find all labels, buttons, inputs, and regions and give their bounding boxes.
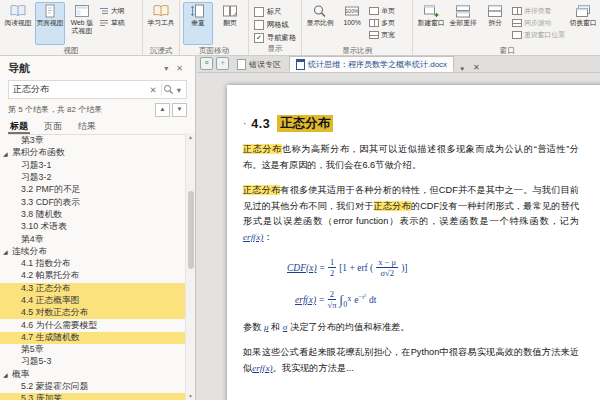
previous-result-button[interactable]: ▲	[155, 103, 170, 117]
tab-pages[interactable]: 页面	[42, 118, 64, 134]
nav-heading-item[interactable]: 第4章	[0, 233, 186, 245]
ribbon-group-zoom: 显示比例 100% 100% 单页 多页	[302, 0, 413, 55]
navigation-pane-close-icon[interactable]: ✕	[172, 64, 187, 73]
expand-triangle-icon[interactable]: ◢	[3, 150, 12, 157]
gridlines-checkbox-row[interactable]: 网格线	[254, 20, 296, 30]
navigation-search-box: ✕ ▾	[8, 80, 187, 99]
ruler-checkbox-row[interactable]: 标尺	[254, 7, 296, 17]
inline-math: erf(x)	[252, 363, 272, 373]
scroll-up-icon[interactable]: ▲	[186, 134, 195, 140]
tab-headings[interactable]: 标题	[8, 118, 30, 134]
doc-paragraph: 如果这些公式看起来眼花缭乱别担心，在Python中很容易实现高效的数值方法来近似…	[243, 345, 579, 376]
search-clear-icon[interactable]: ✕	[147, 85, 160, 95]
nav-heading-item[interactable]: 第3章	[0, 135, 186, 147]
nav-heading-item[interactable]: 5.3 庞加莱	[0, 393, 186, 400]
nav-scrollbar[interactable]: ▲ ▼	[185, 133, 195, 400]
synchronous-scrolling-icon	[512, 19, 522, 27]
outline-button[interactable]: 大纲	[99, 6, 139, 16]
equals-sign: =	[320, 263, 325, 273]
navigation-pane-options-icon[interactable]: ▾	[160, 64, 172, 73]
equals-sign: =	[319, 295, 324, 305]
nav-heading-label: 4.7 生成随机数	[21, 332, 80, 344]
search-icon[interactable]	[163, 84, 174, 95]
expand-triangle-icon[interactable]: ◢	[3, 371, 12, 378]
nav-heading-item[interactable]: 3.8 随机数	[0, 209, 186, 221]
ruler-checkbox[interactable]	[254, 7, 264, 17]
page-width-icon	[369, 31, 379, 39]
nav-heading-item[interactable]: 习题5-3	[0, 356, 186, 368]
nav-heading-item[interactable]: 3.3 CDF的表示	[0, 196, 186, 208]
web-layout-label: Web 版式视图	[68, 19, 96, 35]
navigation-pane-checkbox-row[interactable]: ✓ 导航窗格	[254, 33, 296, 43]
body-text: 也称为高斯分布，因其可以近似描述很多现象而成为公认的“普适性”分布。这是有原因的…	[243, 144, 579, 170]
draft-button[interactable]: 草稿	[99, 18, 139, 28]
arrange-all-button[interactable]: 全部重排	[448, 2, 478, 45]
document-page[interactable]: · 4.3 正态分布 正态分布也称为高斯分布，因其可以近似描述很多现象而成为公认…	[227, 85, 600, 400]
nav-heading-item[interactable]: 4.4 正态概率图	[0, 295, 186, 307]
new-window-label: 新建窗口	[418, 19, 445, 27]
tab-dropdown-caret-icon[interactable]: ▼	[457, 66, 467, 72]
one-page-icon	[369, 7, 379, 15]
search-input[interactable]	[13, 85, 147, 95]
reset-window-position-button[interactable]: 重设窗口位置	[512, 30, 566, 40]
exp-term: e−t²	[354, 293, 366, 305]
gridlines-label: 网格线	[267, 20, 289, 30]
search-hit-text: 正态分布	[243, 185, 280, 195]
view-side-by-side-label: 并排查看	[524, 6, 551, 16]
expand-triangle-icon[interactable]: ◢	[3, 248, 12, 255]
zoom-100-icon: 100%	[344, 4, 360, 18]
new-window-button[interactable]: 新建窗口	[416, 2, 446, 45]
tab-close-icon[interactable]: ✕	[470, 63, 483, 72]
navigation-pane-checkbox[interactable]: ✓	[254, 33, 264, 43]
web-layout-button[interactable]: Web 版式视图	[67, 2, 97, 45]
print-layout-button[interactable]: 页面视图	[35, 2, 65, 45]
nav-heading-item[interactable]: 4.1 指数分布	[0, 258, 186, 270]
nav-heading-item[interactable]: 4.2 帕累托分布	[0, 270, 186, 282]
page-width-button[interactable]: 页宽	[369, 30, 409, 40]
scroll-down-icon[interactable]: ▼	[186, 393, 195, 399]
nav-heading-item[interactable]: ◢连续分布	[0, 246, 186, 258]
learning-tools-button[interactable]: 学习工具	[146, 2, 176, 45]
side-to-side-button[interactable]: 翻页	[215, 2, 245, 45]
nav-heading-label: 4.2 帕累托分布	[21, 270, 80, 282]
nav-heading-item[interactable]: 4.5 对数正态分布	[0, 307, 186, 319]
nav-heading-item[interactable]: 第5章	[0, 344, 186, 356]
one-page-button[interactable]: 单页	[369, 6, 409, 16]
nav-scrollbar-thumb[interactable]	[188, 191, 194, 269]
arrange-all-icon	[455, 4, 471, 18]
tab-results[interactable]: 结果	[76, 118, 98, 134]
multiple-pages-icon	[369, 19, 379, 27]
nav-heading-item[interactable]: ◢概率	[0, 369, 186, 381]
nav-heading-item[interactable]: 习题3-1	[0, 160, 186, 172]
active-document-tab[interactable]: 统计思维：程序员数学之概率统计.docx	[289, 56, 454, 72]
views-group-label: 视图	[3, 45, 139, 56]
nav-heading-label: 概率	[12, 369, 30, 381]
read-mode-button[interactable]: 阅读视图	[3, 2, 33, 45]
gridlines-checkbox[interactable]	[254, 20, 264, 30]
switch-windows-button[interactable]: 切换窗口	[568, 2, 598, 45]
nav-heading-item[interactable]: ◢累积分布函数	[0, 147, 186, 159]
vertical-button[interactable]: 垂直	[183, 2, 213, 45]
next-result-button[interactable]: ▼	[172, 103, 187, 117]
split-button[interactable]: 拆分	[480, 2, 510, 45]
nav-heading-item[interactable]: 4.3 正态分布	[0, 283, 186, 295]
search-options-caret-icon[interactable]: ▾	[174, 85, 184, 95]
read-mode-label: 阅读视图	[4, 19, 31, 27]
multiple-pages-button[interactable]: 多页	[369, 18, 409, 28]
tab-list-icon[interactable]: ≡	[200, 57, 213, 70]
nav-heading-item[interactable]: 3.2 PMF的不足	[0, 184, 186, 196]
body-text: 决定了分布的均值和标准差。	[287, 322, 409, 332]
doc-tab-group[interactable]: 错误专区	[232, 57, 286, 72]
new-tab-icon[interactable]: ＋	[216, 57, 229, 70]
synchronous-scrolling-button[interactable]: 同步滚动	[512, 18, 566, 28]
zoom-button[interactable]: 显示比例	[305, 2, 335, 45]
view-side-by-side-button[interactable]: 并排查看	[512, 6, 566, 16]
nav-heading-item[interactable]: 4.6 为什么需要模型	[0, 319, 186, 331]
nav-heading-item[interactable]: 3.10 术语表	[0, 221, 186, 233]
zoom-100-button[interactable]: 100% 100%	[337, 2, 367, 45]
side-to-side-icon	[222, 4, 238, 18]
search-result-bar: 第 5 个结果，共 82 个结果 ▲ ▼	[8, 102, 187, 117]
nav-heading-item[interactable]: 4.7 生成随机数	[0, 332, 186, 344]
nav-heading-item[interactable]: 习题3-2	[0, 172, 186, 184]
nav-heading-item[interactable]: 5.2 蒙提霍尔问题	[0, 381, 186, 393]
